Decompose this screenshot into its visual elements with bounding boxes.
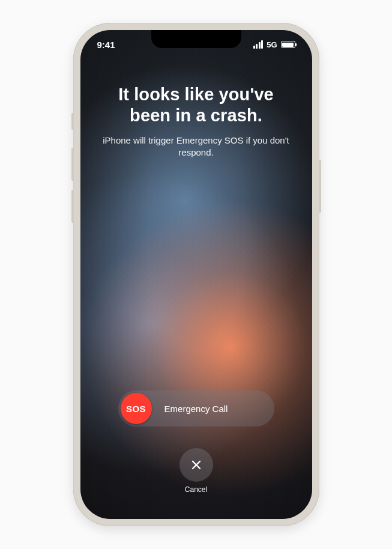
cancel-button[interactable]: [179, 448, 213, 482]
volume-up-button: [71, 148, 74, 181]
cellular-signal-icon: [253, 40, 264, 49]
side-button: [319, 160, 321, 213]
status-time: 9:41: [97, 40, 115, 50]
screen: 9:41 5G It looks like you've been in a c…: [80, 30, 312, 519]
mute-switch: [71, 113, 74, 130]
emergency-call-label: Emergency Call: [118, 404, 274, 414]
network-type: 5G: [267, 40, 277, 49]
cancel-group: Cancel: [179, 448, 213, 494]
volume-down-button: [71, 190, 74, 223]
emergency-call-slider[interactable]: SOS Emergency Call: [118, 390, 274, 426]
cancel-label: Cancel: [185, 485, 207, 494]
phone-frame: 9:41 5G It looks like you've been in a c…: [73, 23, 319, 526]
crash-alert-content: It looks like you've been in a crash. iP…: [80, 30, 312, 519]
battery-icon: [281, 41, 295, 48]
notch: [151, 30, 241, 48]
crash-headline: It looks like you've been in a crash.: [97, 84, 295, 126]
crash-subtext: iPhone will trigger Emergency SOS if you…: [97, 135, 295, 159]
close-icon: [190, 459, 202, 471]
status-right: 5G: [253, 40, 295, 49]
